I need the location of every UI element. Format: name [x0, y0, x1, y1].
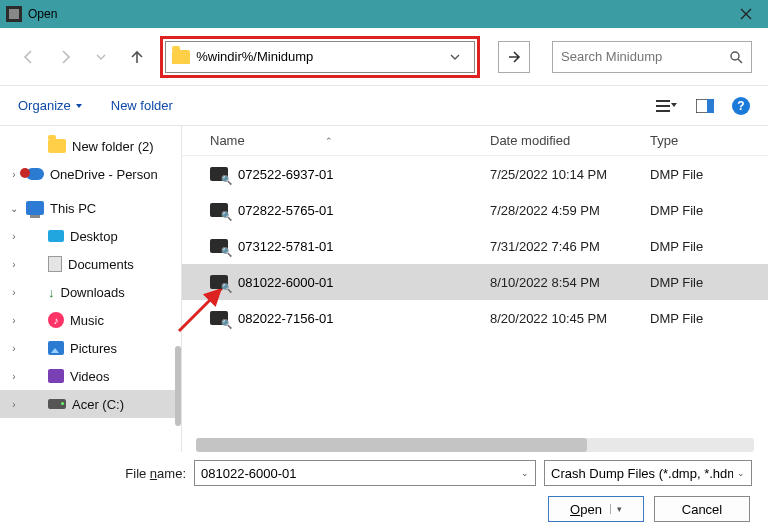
file-name-combobox[interactable]: ⌄ — [194, 460, 536, 486]
file-date: 7/28/2022 4:59 PM — [490, 203, 650, 218]
close-icon — [740, 8, 752, 20]
downloads-icon: ↓ — [48, 285, 55, 300]
titlebar: Open — [0, 0, 768, 28]
drive-icon — [48, 399, 66, 409]
expand-icon[interactable]: › — [8, 169, 20, 180]
file-date: 7/25/2022 10:14 PM — [490, 167, 650, 182]
search-input[interactable] — [561, 49, 729, 64]
folder-icon — [48, 139, 66, 153]
sidebar-item-label: Documents — [68, 257, 134, 272]
sidebar-item-new-folder[interactable]: New folder (2) — [0, 132, 181, 160]
sidebar-item-desktop[interactable]: › Desktop — [0, 222, 181, 250]
address-dropdown[interactable] — [442, 52, 468, 62]
address-input[interactable] — [196, 49, 442, 64]
address-bar[interactable] — [165, 41, 475, 73]
sidebar-item-music[interactable]: › ♪ Music — [0, 306, 181, 334]
table-row[interactable]: 072522-6937-017/25/2022 10:14 PMDMP File — [182, 156, 768, 192]
new-folder-button[interactable]: New folder — [111, 98, 173, 113]
file-type: DMP File — [650, 311, 768, 326]
preview-pane-button[interactable] — [696, 99, 714, 113]
expand-icon[interactable]: › — [8, 371, 20, 382]
file-date: 8/10/2022 8:54 PM — [490, 275, 650, 290]
help-button[interactable]: ? — [732, 97, 750, 115]
up-button[interactable] — [124, 43, 150, 71]
expand-icon[interactable]: › — [8, 259, 20, 270]
chevron-down-icon[interactable]: ⌄ — [737, 468, 745, 478]
column-date-label: Date modified — [490, 133, 570, 148]
table-row[interactable]: 072822-5765-017/28/2022 4:59 PMDMP File — [182, 192, 768, 228]
file-type-filter[interactable]: Crash Dump Files (*.dmp, *.hdm ⌄ — [544, 460, 752, 486]
videos-icon — [48, 369, 64, 383]
column-name[interactable]: Name ⌃ — [210, 133, 490, 148]
expand-icon[interactable]: › — [8, 315, 20, 326]
column-name-label: Name — [210, 133, 245, 148]
column-type-label: Type — [650, 133, 678, 148]
file-pane: Name ⌃ Date modified Type 072522-6937-01… — [182, 126, 768, 452]
cancel-button[interactable]: Cancel — [654, 496, 750, 522]
file-type: DMP File — [650, 239, 768, 254]
file-name-input[interactable] — [201, 466, 517, 481]
file-name: 072522-6937-01 — [238, 167, 333, 182]
expand-icon[interactable]: › — [8, 343, 20, 354]
expand-icon[interactable]: › — [8, 287, 20, 298]
table-row[interactable]: 082022-7156-018/20/2022 10:45 PMDMP File — [182, 300, 768, 336]
column-type[interactable]: Type — [650, 133, 768, 148]
new-folder-label: New folder — [111, 98, 173, 113]
arrow-right-icon — [57, 49, 73, 65]
table-row[interactable]: 081022-6000-018/10/2022 8:54 PMDMP File — [182, 264, 768, 300]
file-type: DMP File — [650, 275, 768, 290]
svg-rect-3 — [656, 110, 670, 112]
arrow-left-icon — [21, 49, 37, 65]
body: New folder (2) › OneDrive - Person ⌄ Thi… — [0, 126, 768, 452]
view-menu[interactable] — [656, 99, 678, 113]
forward-button[interactable] — [52, 43, 78, 71]
chevron-down-icon[interactable]: ▾ — [610, 504, 622, 514]
documents-icon — [48, 256, 62, 272]
recent-dropdown[interactable] — [88, 43, 114, 71]
chevron-down-icon — [450, 52, 460, 62]
column-date[interactable]: Date modified — [490, 133, 650, 148]
horizontal-scrollbar[interactable] — [196, 438, 754, 452]
sidebar-item-drive-c[interactable]: › Acer (C:) — [0, 390, 181, 418]
sidebar-item-label: Videos — [70, 369, 110, 384]
sidebar-item-this-pc[interactable]: ⌄ This PC — [0, 194, 181, 222]
go-button[interactable] — [498, 41, 530, 73]
file-name-label: File name: — [16, 466, 186, 481]
sidebar-item-label: Pictures — [70, 341, 117, 356]
expand-icon[interactable]: › — [8, 399, 20, 410]
sidebar-item-pictures[interactable]: › Pictures — [0, 334, 181, 362]
close-button[interactable] — [724, 0, 768, 28]
organize-menu[interactable]: Organize — [18, 98, 83, 113]
sidebar-scrollbar[interactable] — [175, 346, 181, 426]
sidebar-item-label: New folder (2) — [72, 139, 154, 154]
open-button[interactable]: Open ▾ — [548, 496, 644, 522]
sidebar-item-label: Acer (C:) — [72, 397, 124, 412]
file-date: 8/20/2022 10:45 PM — [490, 311, 650, 326]
sidebar-item-documents[interactable]: › Documents — [0, 250, 181, 278]
dump-file-icon — [210, 239, 228, 253]
back-button[interactable] — [16, 43, 42, 71]
toolbar: Organize New folder ? — [0, 86, 768, 126]
app-icon — [6, 6, 22, 22]
sidebar-item-label: Music — [70, 313, 104, 328]
address-highlight — [160, 36, 480, 78]
chevron-down-icon[interactable]: ⌄ — [521, 468, 529, 478]
table-row[interactable]: 073122-5781-017/31/2022 7:46 PMDMP File — [182, 228, 768, 264]
file-name: 081022-6000-01 — [238, 275, 333, 290]
file-type: DMP File — [650, 167, 768, 182]
file-date: 7/31/2022 7:46 PM — [490, 239, 650, 254]
sidebar-item-label: This PC — [50, 201, 96, 216]
folder-icon — [172, 50, 190, 64]
sidebar-item-onedrive[interactable]: › OneDrive - Person — [0, 160, 181, 188]
filter-label: Crash Dump Files (*.dmp, *.hdm — [551, 466, 733, 481]
collapse-icon[interactable]: ⌄ — [8, 203, 20, 214]
expand-icon[interactable]: › — [8, 231, 20, 242]
sidebar: New folder (2) › OneDrive - Person ⌄ Thi… — [0, 126, 182, 452]
sidebar-item-downloads[interactable]: › ↓ Downloads — [0, 278, 181, 306]
svg-rect-2 — [656, 105, 670, 107]
dump-file-icon — [210, 167, 228, 181]
footer: File name: ⌄ Crash Dump Files (*.dmp, *.… — [0, 452, 768, 526]
organize-label: Organize — [18, 98, 71, 113]
sidebar-item-videos[interactable]: › Videos — [0, 362, 181, 390]
search-box[interactable] — [552, 41, 752, 73]
